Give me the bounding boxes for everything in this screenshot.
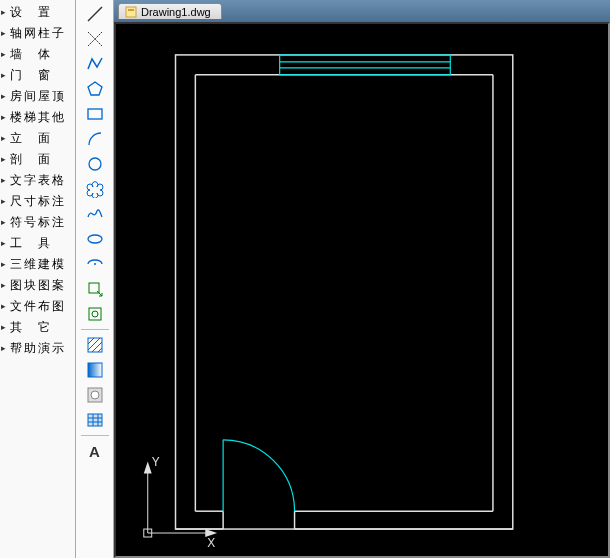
svg-rect-26 [176, 55, 513, 529]
toolbar-separator [81, 435, 109, 436]
region-icon[interactable] [83, 383, 107, 407]
menu-item-stairs-other[interactable]: 楼梯其他 [0, 107, 75, 128]
svg-point-10 [92, 311, 98, 317]
make-block-icon[interactable] [83, 302, 107, 326]
model-viewport[interactable]: Y X [114, 22, 610, 558]
menu-item-symbol[interactable]: 符号标注 [0, 212, 75, 233]
text-icon[interactable]: A [83, 439, 107, 463]
menu-item-room-roof[interactable]: 房间屋顶 [0, 86, 75, 107]
hatch-icon[interactable] [83, 333, 107, 357]
svg-rect-24 [126, 7, 136, 17]
svg-point-6 [88, 235, 102, 243]
menu-item-elevation[interactable]: 立 面 [0, 128, 75, 149]
svg-point-7 [94, 263, 96, 265]
line-icon[interactable] [83, 2, 107, 26]
gradient-icon[interactable] [83, 358, 107, 382]
menu-item-tools[interactable]: 工 具 [0, 233, 75, 254]
draw-toolbar: A [76, 0, 114, 558]
menu-item-text-table[interactable]: 文字表格 [0, 170, 75, 191]
spline-icon[interactable] [83, 202, 107, 226]
svg-rect-36 [280, 55, 451, 75]
ucs-icon: Y X [144, 455, 217, 550]
toolbar-separator [81, 329, 109, 330]
menu-item-doors-windows[interactable]: 门 窗 [0, 65, 75, 86]
document-tab-label: Drawing1.dwg [141, 6, 211, 18]
svg-line-12 [88, 338, 94, 344]
polyline-icon[interactable] [83, 52, 107, 76]
svg-rect-19 [88, 414, 102, 426]
dwg-file-icon [125, 6, 137, 18]
rectangle-icon[interactable] [83, 102, 107, 126]
menu-item-grid-columns[interactable]: 轴网柱子 [0, 23, 75, 44]
menu-item-file-layout[interactable]: 文件布图 [0, 296, 75, 317]
svg-rect-9 [89, 308, 101, 320]
menu-item-walls[interactable]: 墙 体 [0, 44, 75, 65]
ellipse-arc-icon[interactable] [83, 252, 107, 276]
drawing-area: Drawing1.dwg [114, 0, 610, 558]
svg-point-5 [89, 158, 101, 170]
insert-block-icon[interactable] [83, 277, 107, 301]
table-icon[interactable] [83, 408, 107, 432]
menu-item-dimension[interactable]: 尺寸标注 [0, 191, 75, 212]
document-tab[interactable]: Drawing1.dwg [118, 3, 222, 19]
svg-line-0 [88, 7, 102, 21]
construction-line-icon[interactable] [83, 27, 107, 51]
svg-rect-4 [88, 109, 102, 119]
svg-marker-41 [144, 462, 152, 474]
svg-line-14 [92, 342, 102, 352]
svg-marker-3 [88, 82, 102, 95]
svg-point-18 [91, 391, 99, 399]
feature-menu: 设 置 轴网柱子 墙 体 门 窗 房间屋顶 楼梯其他 立 面 剖 面 文字表格 … [0, 0, 76, 558]
drawing-canvas[interactable]: Y X [116, 24, 608, 556]
menu-item-help-demo[interactable]: 帮助演示 [0, 338, 75, 359]
svg-line-13 [88, 338, 100, 350]
svg-text:X: X [207, 536, 215, 550]
svg-rect-25 [128, 9, 134, 11]
svg-line-15 [98, 348, 102, 352]
svg-rect-16 [88, 363, 102, 377]
svg-text:Y: Y [152, 455, 160, 469]
menu-item-settings[interactable]: 设 置 [0, 2, 75, 23]
menu-item-block-pattern[interactable]: 图块图案 [0, 275, 75, 296]
revision-cloud-icon[interactable] [83, 177, 107, 201]
circle-icon[interactable] [83, 152, 107, 176]
arc-icon[interactable] [83, 127, 107, 151]
ellipse-icon[interactable] [83, 227, 107, 251]
polygon-icon[interactable] [83, 77, 107, 101]
menu-item-3d-modeling[interactable]: 三维建模 [0, 254, 75, 275]
document-tab-bar: Drawing1.dwg [114, 0, 610, 22]
menu-item-section[interactable]: 剖 面 [0, 149, 75, 170]
menu-item-other[interactable]: 其 它 [0, 317, 75, 338]
